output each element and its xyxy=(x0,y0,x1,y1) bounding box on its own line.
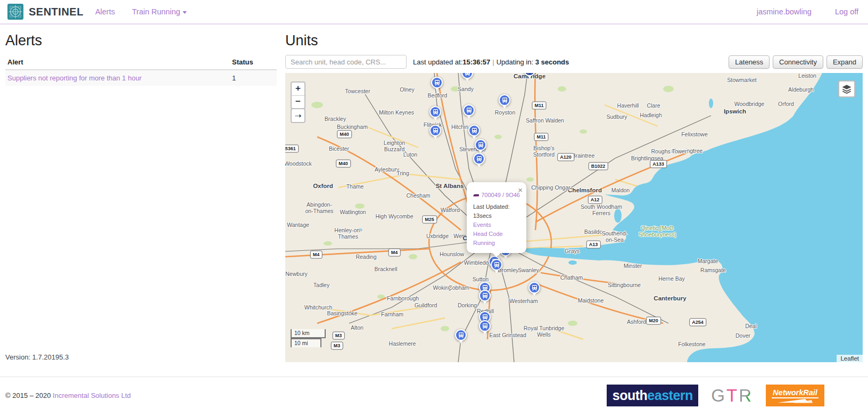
train-unit-marker[interactable] xyxy=(429,106,441,118)
train-icon xyxy=(458,332,465,339)
nav-links: Alerts Train Running xyxy=(95,7,187,16)
updating-value: 3 seconds xyxy=(535,58,569,66)
separator: | xyxy=(492,58,494,66)
popup-last-updated: Last Updated: 13secs xyxy=(473,202,520,221)
train-unit-marker[interactable] xyxy=(473,153,485,165)
alerts-col-alert: Alert xyxy=(5,55,230,70)
train-unit-marker[interactable] xyxy=(431,77,443,88)
unit-headcode-link[interactable]: 700049 / 9O46 xyxy=(481,191,520,200)
nav-link-train-running[interactable]: Train Running xyxy=(132,7,187,16)
footer-logos: southeastern GTR NetworkRail xyxy=(607,385,863,406)
train-icon xyxy=(482,292,489,299)
sentinel-logo-icon xyxy=(7,4,23,20)
train-icon xyxy=(526,73,533,74)
train-unit-marker[interactable] xyxy=(479,320,491,332)
gtr-logo: GTR xyxy=(711,386,753,406)
brand-name: SENTINEL xyxy=(29,6,84,18)
train-unit-marker[interactable] xyxy=(491,259,502,271)
map-scale: 10 km 10 mi xyxy=(291,329,326,347)
search-input[interactable] xyxy=(285,55,407,69)
train-unit-marker[interactable] xyxy=(463,104,475,116)
last-updated-time: 15:36:57 xyxy=(462,58,490,66)
alert-link[interactable]: Suppliers not reporting for more than 1 … xyxy=(7,74,142,82)
alerts-title: Alerts xyxy=(5,32,277,49)
map-popup: × 700049 / 9O46 Last Updated: 13secs Eve… xyxy=(467,182,526,253)
zoom-control: + − xyxy=(291,81,305,109)
zoom-in-button[interactable]: + xyxy=(292,83,304,95)
navbar: SENTINEL Alerts Train Running jasmine.bo… xyxy=(0,0,868,25)
units-map[interactable]: TowcesterOlneyCambridgeSandyBedfordRoyst… xyxy=(285,73,863,362)
popup-headcode-running-link[interactable]: Head Code Running xyxy=(473,230,520,248)
networkrail-logo: NetworkRail xyxy=(766,385,824,406)
train-unit-image xyxy=(473,192,479,198)
alert-status-value: 1 xyxy=(230,70,277,86)
connectivity-button[interactable]: Connectivity xyxy=(773,55,823,69)
zoom-out-button[interactable]: − xyxy=(292,95,304,108)
last-updated-label: Last updated at: xyxy=(413,58,462,66)
train-icon xyxy=(471,127,478,134)
train-unit-marker[interactable] xyxy=(528,282,540,293)
version-text: Version: 1.7.20195.3 xyxy=(5,351,277,362)
train-icon xyxy=(476,156,483,162)
southeastern-logo-part2: eastern xyxy=(647,388,692,403)
train-icon xyxy=(434,79,441,86)
user-menu[interactable]: jasmine.bowling xyxy=(757,7,812,16)
train-unit-marker[interactable] xyxy=(455,329,467,341)
layers-icon xyxy=(841,84,852,94)
gtr-logo-r: R xyxy=(739,386,753,405)
main-content: Alerts Alert Status Suppliers not report… xyxy=(0,25,868,362)
train-icon xyxy=(482,314,489,321)
train-unit-marker[interactable] xyxy=(475,139,486,151)
lateness-button[interactable]: Lateness xyxy=(729,55,770,69)
company-link[interactable]: Incremental Solutions Ltd xyxy=(53,391,131,399)
popup-close-button[interactable]: × xyxy=(518,184,523,196)
networkrail-logo-text: NetworkRail xyxy=(772,388,819,398)
chevron-down-icon xyxy=(183,11,187,14)
updating-label: Updating in: xyxy=(497,58,533,66)
nav-link-alerts[interactable]: Alerts xyxy=(95,7,115,16)
train-unit-marker[interactable] xyxy=(499,94,510,106)
update-status-text: Last updated at:15:36:57|Updating in: 3 … xyxy=(413,58,569,66)
train-icon xyxy=(477,142,484,149)
popup-events-link[interactable]: Events xyxy=(473,221,520,230)
units-title: Units xyxy=(285,32,863,49)
nav-link-train-running-label: Train Running xyxy=(132,7,180,16)
train-icon xyxy=(432,109,439,116)
table-row: Suppliers not reporting for more than 1 … xyxy=(5,70,277,86)
train-unit-marker[interactable] xyxy=(479,290,491,301)
train-icon xyxy=(531,284,538,291)
gtr-logo-t: T xyxy=(726,386,739,405)
scale-mi: 10 mi xyxy=(291,338,321,347)
southeastern-logo-part1: south xyxy=(613,388,648,403)
pan-control-button[interactable]: ⇢ xyxy=(291,108,305,123)
train-icon xyxy=(493,262,500,268)
units-panel: Units Last updated at:15:36:57|Updating … xyxy=(285,25,863,362)
leaflet-attribution[interactable]: Leaflet xyxy=(837,355,863,362)
train-icon xyxy=(482,323,489,330)
alerts-table: Alert Status Suppliers not reporting for… xyxy=(5,55,277,86)
train-icon xyxy=(501,97,508,104)
scale-km: 10 km xyxy=(291,329,326,338)
logoff-link[interactable]: Log off xyxy=(835,7,858,16)
copyright-text: © 2015 – 2020 Incremental Solutions Ltd xyxy=(5,391,131,399)
southeastern-logo: southeastern xyxy=(607,385,698,406)
footer: © 2015 – 2020 Incremental Solutions Ltd … xyxy=(0,377,868,408)
train-icon xyxy=(432,127,439,134)
train-icon xyxy=(464,73,471,77)
networkrail-swoosh-icon xyxy=(778,398,813,403)
navbar-right: jasmine.bowling Log off xyxy=(757,7,861,16)
layers-control-button[interactable] xyxy=(838,80,855,97)
train-unit-marker[interactable] xyxy=(468,125,480,136)
expand-button[interactable]: Expand xyxy=(826,55,863,69)
alerts-col-status: Status xyxy=(230,55,277,70)
alerts-panel: Alerts Alert Status Suppliers not report… xyxy=(5,25,277,362)
page: SENTINEL Alerts Train Running jasmine.bo… xyxy=(0,0,868,408)
train-unit-marker[interactable] xyxy=(429,125,441,136)
copyright-years: © 2015 – 2020 xyxy=(5,391,51,399)
brand[interactable]: SENTINEL xyxy=(7,4,84,20)
toolbar-buttons: Lateness Connectivity Expand xyxy=(729,55,863,69)
train-icon xyxy=(466,107,473,114)
gtr-logo-g: G xyxy=(711,386,726,405)
units-toolbar: Last updated at:15:36:57|Updating in: 3 … xyxy=(285,55,863,69)
map-canvas xyxy=(285,73,863,362)
